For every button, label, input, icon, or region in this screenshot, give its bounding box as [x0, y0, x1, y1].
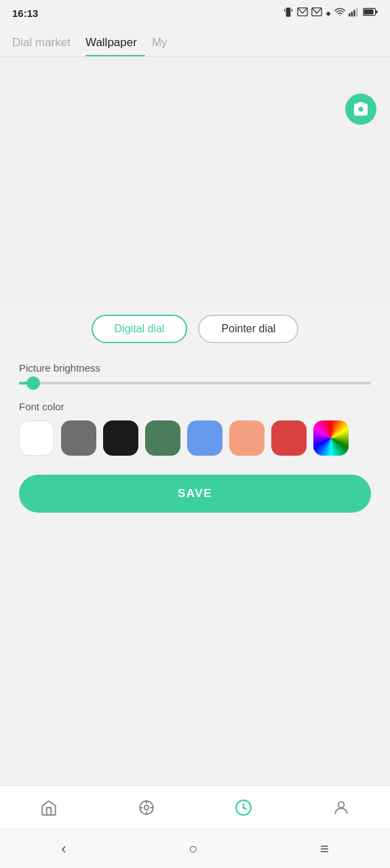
battery-icon — [363, 7, 378, 18]
brightness-slider-track[interactable] — [19, 382, 371, 384]
home-icon — [39, 798, 58, 817]
svg-rect-7 — [353, 9, 355, 16]
color-swatch-dark-green[interactable] — [145, 420, 180, 456]
email2-icon — [311, 7, 322, 18]
status-time: 16:13 — [12, 7, 38, 19]
svg-rect-11 — [376, 10, 378, 13]
svg-rect-2 — [292, 9, 292, 12]
save-button[interactable]: SAVE — [19, 475, 371, 513]
color-swatch-salmon[interactable] — [229, 420, 265, 456]
email-icon — [297, 7, 308, 18]
dials-icon — [137, 798, 156, 817]
vibrate-icon — [283, 7, 294, 20]
color-swatch-black[interactable] — [103, 420, 138, 456]
svg-rect-0 — [286, 7, 291, 16]
controls-area: Digital dial Pointer dial Picture bright… — [0, 301, 390, 525]
dial-type-row: Digital dial Pointer dial — [19, 315, 371, 343]
system-nav-bar: ‹ ○ ≡ — [0, 829, 390, 868]
color-swatch-row — [19, 420, 371, 456]
svg-rect-8 — [356, 7, 357, 16]
status-icons: ● — [283, 7, 378, 20]
signal-icon — [349, 7, 359, 19]
tab-wallpaper[interactable]: Wallpaper — [85, 36, 145, 56]
color-swatch-red[interactable] — [271, 420, 307, 456]
svg-point-23 — [338, 802, 345, 808]
profile-icon — [332, 798, 351, 817]
svg-rect-6 — [351, 12, 353, 16]
svg-rect-5 — [349, 13, 350, 16]
sys-home-button[interactable]: ○ — [175, 835, 211, 863]
color-swatch-blue[interactable] — [187, 420, 222, 456]
status-bar: 16:13 ● — [0, 0, 390, 24]
brightness-label: Picture brightness — [19, 362, 371, 374]
svg-point-13 — [144, 805, 149, 810]
pointer-dial-button[interactable]: Pointer dial — [198, 315, 298, 343]
font-color-label: Font color — [19, 401, 371, 412]
nav-dials[interactable] — [98, 798, 195, 817]
preview-area — [0, 57, 390, 301]
svg-rect-1 — [284, 9, 285, 12]
font-color-section: Font color — [19, 401, 371, 456]
camera-icon — [353, 101, 369, 117]
brightness-slider-thumb[interactable] — [26, 376, 40, 390]
picture-brightness-section: Picture brightness — [19, 362, 371, 384]
tab-bar: Dial market Wallpaper My — [0, 24, 390, 57]
camera-button[interactable] — [345, 94, 376, 125]
digital-dial-button[interactable]: Digital dial — [92, 315, 188, 343]
tab-dial-market[interactable]: Dial market — [12, 36, 79, 56]
bottom-nav — [0, 785, 390, 829]
svg-rect-10 — [364, 9, 373, 15]
brightness-slider-row — [19, 382, 371, 384]
color-swatch-rainbow[interactable] — [313, 420, 349, 456]
wifi-icon — [334, 7, 345, 19]
nav-profile[interactable] — [292, 798, 390, 817]
svg-point-22 — [243, 806, 245, 808]
nav-home[interactable] — [0, 798, 98, 817]
clock-icon — [234, 798, 253, 817]
tab-my[interactable]: My — [152, 36, 176, 56]
dot-icon: ● — [326, 8, 331, 18]
nav-clock[interactable] — [195, 798, 293, 817]
sys-back-button[interactable]: ‹ — [47, 835, 79, 863]
color-swatch-gray[interactable] — [61, 420, 96, 456]
color-swatch-white[interactable] — [19, 420, 54, 456]
sys-menu-button[interactable]: ≡ — [307, 835, 343, 863]
